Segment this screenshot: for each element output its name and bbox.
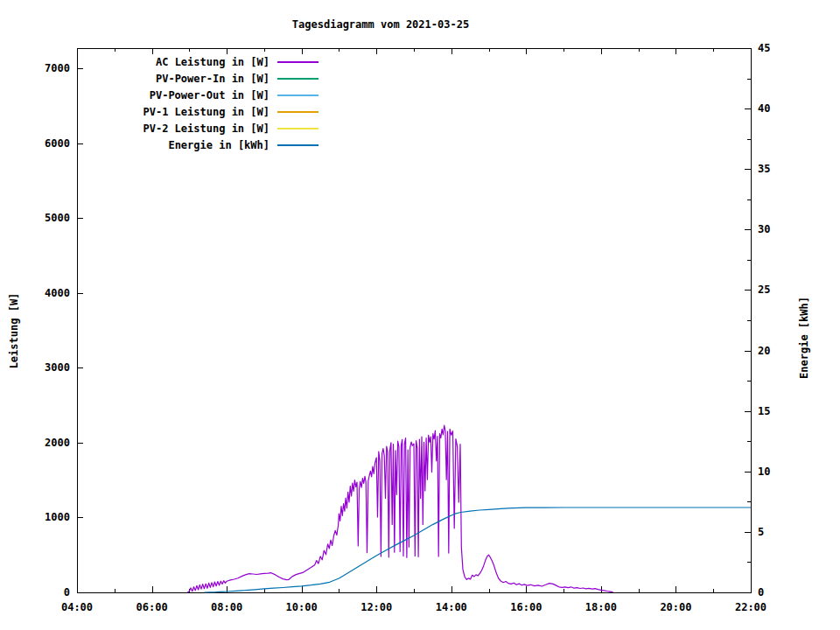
legend-label: PV-1 Leistung in [W] bbox=[81, 106, 270, 118]
y2-tick-label: 25 bbox=[758, 284, 770, 296]
legend-item: PV-Power-In in [W] bbox=[81, 71, 318, 88]
x-tick-label: 14:00 bbox=[424, 601, 480, 613]
legend-swatch-pv1-leistung bbox=[277, 111, 318, 113]
x-tick-label: 10:00 bbox=[274, 601, 330, 613]
legend-label: Energie in [kWh] bbox=[81, 139, 270, 151]
y2-tick-label: 35 bbox=[758, 163, 770, 175]
legend-swatch-pv-power-out bbox=[277, 94, 318, 96]
chart-title: Tagesdiagramm vom 2021-03-25 bbox=[292, 18, 469, 31]
y-tick-label: 4000 bbox=[19, 287, 70, 299]
legend-label: PV-Power-In in [W] bbox=[81, 73, 270, 85]
y-tick-label: 6000 bbox=[19, 137, 70, 150]
legend-item: PV-2 Leistung in [W] bbox=[81, 121, 318, 137]
x-tick-label: 12:00 bbox=[348, 601, 404, 613]
y-tick-label: 3000 bbox=[19, 361, 70, 374]
x-tick-label: 08:00 bbox=[199, 601, 255, 613]
y-tick-label: 5000 bbox=[19, 212, 70, 224]
legend-label: PV-2 Leistung in [W] bbox=[81, 122, 270, 135]
y-tick-label: 0 bbox=[19, 586, 70, 598]
y2-tick-label: 20 bbox=[758, 345, 770, 357]
chart-canvas: Tagesdiagramm vom 2021-03-25 Leistung [W… bbox=[0, 0, 840, 630]
x-tick-label: 06:00 bbox=[124, 601, 180, 613]
legend-item: PV-1 Leistung in [W] bbox=[81, 104, 318, 121]
y-tick-label: 7000 bbox=[19, 62, 70, 74]
legend-swatch-ac-leistung bbox=[277, 61, 318, 63]
x-tick-label: 20:00 bbox=[648, 601, 704, 613]
legend-swatch-pv-power-in bbox=[277, 78, 318, 80]
y2-tick-label: 5 bbox=[758, 526, 764, 538]
legend-swatch-pv2-leistung bbox=[277, 128, 318, 130]
legend-item: Energie in [kWh] bbox=[81, 137, 318, 154]
legend-item: PV-Power-Out in [W] bbox=[81, 88, 318, 104]
y-axis-label: Leistung [W] bbox=[7, 234, 21, 427]
x-tick-label: 16:00 bbox=[498, 601, 554, 613]
series-ac-leistung bbox=[187, 425, 612, 592]
legend-item: AC Leistung in [W] bbox=[81, 54, 318, 71]
y2-tick-label: 10 bbox=[758, 466, 770, 478]
y2-tick-label: 30 bbox=[758, 223, 770, 235]
x-tick-label: 18:00 bbox=[573, 601, 629, 613]
x-tick-label: 04:00 bbox=[49, 601, 105, 613]
legend-swatch-energie bbox=[277, 144, 318, 146]
legend-label: AC Leistung in [W] bbox=[81, 56, 270, 68]
legend-label: PV-Power-Out in [W] bbox=[81, 89, 270, 102]
y-tick-label: 2000 bbox=[19, 437, 70, 449]
y2-tick-label: 45 bbox=[758, 42, 770, 54]
y-tick-label: 1000 bbox=[19, 511, 70, 523]
y2-tick-label: 40 bbox=[758, 102, 770, 115]
y2-tick-label: 15 bbox=[758, 405, 770, 417]
y2-tick-label: 0 bbox=[758, 586, 764, 598]
x-tick-label: 22:00 bbox=[723, 601, 779, 613]
y2-axis-label: Energie [kWh] bbox=[797, 242, 811, 434]
